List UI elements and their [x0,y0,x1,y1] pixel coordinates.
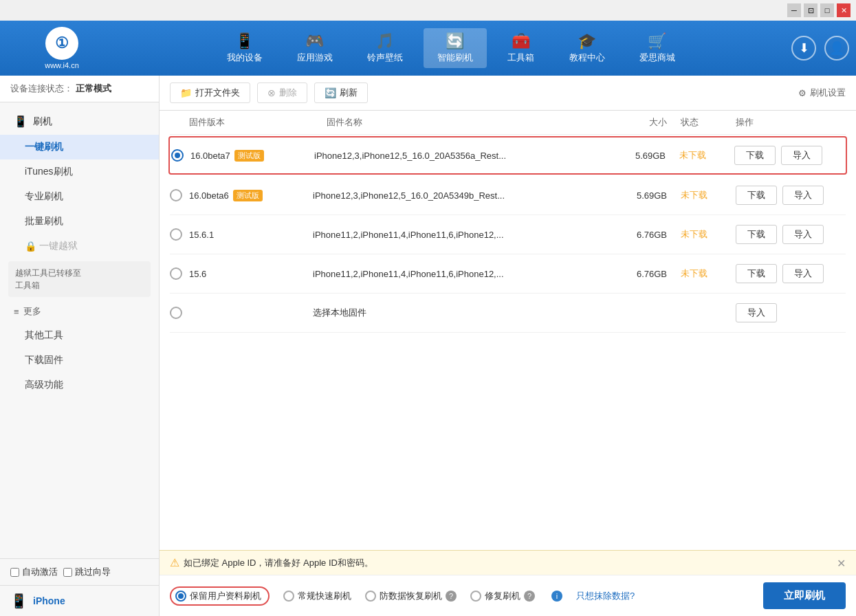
firmware-actions-local: 导入 [736,303,846,322]
sidebar-item-flash[interactable]: 📱 刷机 [0,108,159,135]
firmware-status-row2: 未下载 [681,189,736,201]
sidebar-item-download-firmware[interactable]: 下载固件 [0,348,159,373]
version-text-row1: 16.0beta7 [190,151,230,161]
radio-row4[interactable] [170,267,182,280]
delete-icon: ⊗ [267,87,276,98]
help-icon-repair[interactable]: ? [524,591,535,602]
nav-ringtones[interactable]: 🎵 铃声壁纸 [353,28,417,68]
close-notice-button[interactable]: ✕ [837,556,846,569]
import-btn-row2[interactable]: 导入 [782,186,824,205]
version-text-row3: 15.6.1 [189,230,214,240]
import-btn-local[interactable]: 导入 [736,303,777,322]
user-button[interactable]: 👤 [824,36,849,60]
firmware-size-row4: 6.76GB [626,269,681,279]
nav-my-device[interactable]: 📱 我的设备 [213,28,276,68]
radio-row3[interactable] [170,228,182,241]
nav-items: 📱 我的设备 🎮 应用游戏 🎵 铃声壁纸 🔄 智能刷机 🧰 工具箱 🎓 教程中心… [117,28,784,68]
nav-ringtones-label: 铃声壁纸 [367,52,403,64]
sidebar-item-advanced[interactable]: 高级功能 [0,373,159,397]
minimize-button[interactable]: ─ [787,3,801,17]
auto-activate-checkbox[interactable] [10,568,19,577]
settings-button[interactable]: ⚙ 刷机设置 [798,87,846,99]
maximize-button[interactable]: □ [820,3,834,17]
flash-option-repair[interactable]: 修复刷机 ? [470,590,535,602]
open-folder-button[interactable]: 📁 打开文件夹 [170,82,250,103]
settings-label: 刷机设置 [810,87,846,99]
info-icon: ⚠ [170,556,179,569]
delete-button[interactable]: ⊗ 删除 [257,82,307,103]
device-status: 设备连接状态： 正常模式 [0,76,159,102]
radio-repair-flash[interactable] [470,591,481,602]
firmware-row-4[interactable]: 15.6 iPhone11,2,iPhone11,4,iPhone11,6,iP… [170,254,846,294]
sidebar-item-other-tools[interactable]: 其他工具 [0,323,159,348]
main-layout: 设备连接状态： 正常模式 📱 刷机 一键刷机 iTunes刷机 专业刷机 批量刷… [0,76,856,616]
nav-apps-games[interactable]: 🎮 应用游戏 [283,28,347,68]
music-icon: 🎵 [375,32,394,50]
restore-button[interactable]: ⊡ [804,3,817,17]
radio-row1[interactable] [171,149,184,162]
radio-row2[interactable] [170,189,182,201]
sidebar-item-one-key-flash[interactable]: 一键刷机 [0,135,159,160]
advanced-label: 高级功能 [25,379,63,390]
download-btn-row3[interactable]: 下载 [736,225,777,244]
radio-keep-data[interactable] [175,591,186,602]
auto-activate-option[interactable]: 自动激活 [10,566,58,578]
flash-option-quick[interactable]: 常规快速刷机 [283,590,351,602]
skip-guide-option[interactable]: 跳过向导 [63,566,111,578]
close-button[interactable]: ✕ [837,3,850,17]
sidebar-item-batch-flash[interactable]: 批量刷机 [0,209,159,234]
refresh-button[interactable]: 🔄 刷新 [314,82,368,103]
sidebar-more-header: ≡ 更多 [0,300,159,323]
header-status: 状态 [681,116,736,129]
phone-icon: 📱 [235,32,254,50]
nav-store[interactable]: 🛒 爱思商城 [626,28,689,68]
import-btn-row3[interactable]: 导入 [782,225,824,244]
download-button[interactable]: ⬇ [791,36,816,60]
one-key-flash-label: 一键刷机 [25,141,63,152]
download-btn-row4[interactable]: 下载 [736,264,777,283]
device-info: 📱 iPhone [0,585,159,616]
flash-option-keep-data[interactable]: 保留用户资料刷机 [170,586,270,606]
logo-icon[interactable]: ① [45,27,78,60]
download-btn-row1[interactable]: 下载 [734,146,776,165]
gear-icon: ⚙ [798,88,806,98]
help-icon-data-recovery[interactable]: ? [446,591,457,602]
title-bar: ─ ⊡ □ ✕ [0,0,856,21]
radio-quick-flash[interactable] [283,591,294,602]
sidebar: 设备连接状态： 正常模式 📱 刷机 一键刷机 iTunes刷机 专业刷机 批量刷… [0,76,160,616]
version-label-row1: 16.0beta7 测试版 [190,150,314,162]
folder-icon: 📁 [180,87,192,98]
erase-data-link[interactable]: 只想抹除数据? [576,590,635,602]
itunes-flash-label: iTunes刷机 [25,166,73,177]
sidebar-item-pro-flash[interactable]: 专业刷机 [0,184,159,209]
download-btn-row2[interactable]: 下载 [736,186,777,205]
firmware-status-row4: 未下载 [681,267,736,280]
info-icon-small[interactable]: i [551,591,562,602]
import-btn-row1[interactable]: 导入 [781,146,822,165]
firmware-row-3[interactable]: 15.6.1 iPhone11,2,iPhone11,4,iPhone11,6,… [170,215,846,254]
local-firmware-label: 选择本地固件 [313,307,626,319]
skip-guide-label: 跳过向导 [75,566,111,578]
firmware-table: 固件版本 固件名称 大小 状态 操作 16.0beta7 测试版 iPhone1… [160,111,856,550]
version-label-row3: 15.6.1 [189,230,313,240]
refresh-icon: 🔄 [325,87,336,98]
firmware-row-local[interactable]: 选择本地固件 导入 [170,294,846,333]
firmware-row-1[interactable]: 16.0beta7 测试版 iPhone12,3,iPhone12,5_16.0… [168,136,847,175]
sidebar-jailbreak-notice: 越狱工具已转移至工具箱 [8,261,151,297]
radio-local[interactable] [170,307,182,319]
device-phone-icon: 📱 [10,593,28,609]
flash-now-button[interactable]: 立即刷机 [763,582,846,609]
firmware-row-2[interactable]: 16.0beta6 测试版 iPhone12,3,iPhone12,5_16.0… [170,176,846,215]
nav-tutorials-label: 教程中心 [569,52,605,64]
radio-data-recovery[interactable] [365,591,376,602]
sidebar-item-itunes-flash[interactable]: iTunes刷机 [0,160,159,184]
flash-option-data-recovery[interactable]: 防数据恢复刷机 ? [365,590,457,602]
open-folder-label: 打开文件夹 [195,87,240,99]
nav-toolbox[interactable]: 🧰 工具箱 [494,28,549,68]
skip-guide-checkbox[interactable] [63,568,72,577]
nav-tutorials[interactable]: 🎓 教程中心 [556,28,619,68]
nav-smart-flash[interactable]: 🔄 智能刷机 [424,28,487,68]
firmware-size-row1: 5.69GB [624,151,679,161]
firmware-actions-row4: 下载 导入 [736,264,846,283]
import-btn-row4[interactable]: 导入 [782,264,824,283]
